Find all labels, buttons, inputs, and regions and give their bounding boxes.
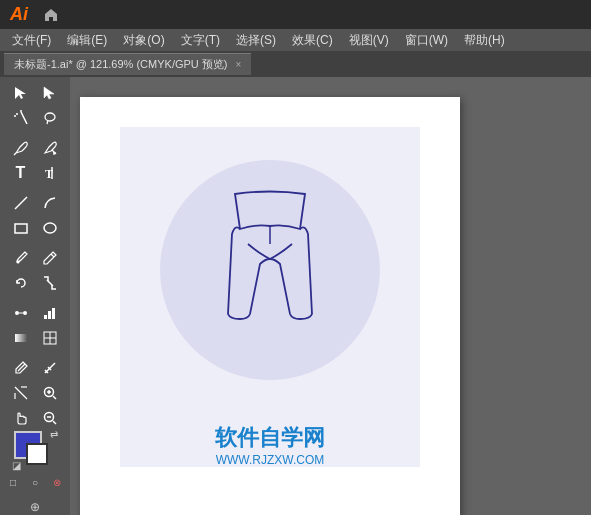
menu-item-f[interactable]: 文件(F) [4, 29, 59, 51]
behind-button[interactable]: ○ [25, 472, 45, 492]
watermark: 软件自学网 WWW.RJZXW.COM [120, 423, 420, 467]
wand-lasso-row [7, 106, 64, 130]
menu-item-s[interactable]: 选择(S) [228, 29, 284, 51]
zoom-tool[interactable] [36, 381, 64, 405]
canvas-area: 软件自学网 WWW.RJZXW.COM [70, 77, 591, 515]
normal-mode-button[interactable]: □ [3, 472, 23, 492]
svg-line-39 [53, 396, 56, 399]
selection-tool[interactable] [7, 81, 35, 105]
pants-artwork [210, 174, 330, 338]
ellipse-tool[interactable] [36, 216, 64, 240]
svg-point-18 [16, 261, 19, 264]
svg-line-15 [15, 197, 27, 209]
zoom-out-tool[interactable] [36, 406, 64, 430]
watermark-sub-text: WWW.RJZXW.COM [120, 453, 420, 467]
chart-tool[interactable] [36, 301, 64, 325]
svg-marker-0 [15, 87, 26, 99]
svg-line-20 [47, 280, 53, 286]
tool-mode-row: □ ○ ⊗ [3, 472, 67, 492]
artwork-background: 软件自学网 WWW.RJZXW.COM [120, 127, 420, 467]
home-button[interactable] [40, 4, 62, 26]
type-tools-row: T T [7, 161, 64, 185]
hand-row [7, 406, 64, 430]
scale-tool[interactable] [36, 271, 64, 295]
svg-line-19 [51, 254, 54, 257]
gradient-tool[interactable] [7, 326, 35, 350]
swap-fill-stroke-icon[interactable]: ⇄ [50, 429, 58, 440]
menu-item-h[interactable]: 帮助(H) [456, 29, 513, 51]
measure-tool[interactable] [36, 356, 64, 380]
rect-ellipse-row [7, 216, 64, 240]
stroke-color-box[interactable] [26, 443, 48, 465]
toolbar: T T [0, 77, 70, 515]
svg-point-17 [44, 223, 56, 233]
menu-item-o[interactable]: 对象(O) [115, 29, 172, 51]
watermark-main-text: 软件自学网 [120, 423, 420, 453]
svg-line-43 [53, 421, 56, 424]
menu-bar: 文件(F)编辑(E)对象(O)文字(T)选择(S)效果(C)视图(V)窗口(W)… [0, 29, 591, 51]
blend-chart-row [7, 301, 64, 325]
vertical-type-tool[interactable]: T [36, 161, 64, 185]
add-anchor-tool[interactable] [36, 136, 64, 160]
change-screen-button[interactable]: ⊕ [23, 495, 47, 515]
paintbrush-tool[interactable] [7, 246, 35, 270]
svg-point-21 [15, 311, 19, 315]
tab-close-button[interactable]: × [236, 59, 242, 70]
rectangle-tool[interactable] [7, 216, 35, 240]
svg-rect-16 [15, 224, 27, 233]
menu-item-c[interactable]: 效果(C) [284, 29, 341, 51]
rotate-warp-row [7, 271, 64, 295]
svg-point-22 [23, 311, 27, 315]
svg-rect-26 [52, 308, 55, 319]
document-tab[interactable]: 未标题-1.ai* @ 121.69% (CMYK/GPU 预览) × [4, 53, 251, 75]
eyedropper-measure-row [7, 356, 64, 380]
menu-item-w[interactable]: 窗口(W) [397, 29, 456, 51]
hand-tool[interactable] [7, 406, 35, 430]
direct-selection-tool[interactable] [36, 81, 64, 105]
arc-tool[interactable] [36, 191, 64, 215]
svg-line-35 [15, 387, 27, 399]
artboard: 软件自学网 WWW.RJZXW.COM [80, 97, 460, 515]
mesh-tool[interactable] [36, 326, 64, 350]
svg-marker-1 [44, 87, 54, 99]
line-shape-row [7, 191, 64, 215]
lasso-tool[interactable] [36, 106, 64, 130]
gradient-mesh-row [7, 326, 64, 350]
svg-line-2 [21, 112, 27, 124]
title-bar: Ai [0, 0, 591, 29]
eyedropper-tool[interactable] [7, 356, 35, 380]
menu-item-v[interactable]: 视图(V) [341, 29, 397, 51]
default-colors-icon[interactable]: ◪ [12, 460, 21, 471]
magic-wand-tool[interactable] [7, 106, 35, 130]
app-logo: Ai [6, 4, 32, 25]
blend-tool[interactable] [7, 301, 35, 325]
fill-stroke-selector: ⇄ ◪ [14, 431, 56, 469]
menu-item-t[interactable]: 文字(T) [173, 29, 228, 51]
line-segment-tool[interactable] [7, 191, 35, 215]
svg-rect-25 [48, 311, 51, 319]
pen-tool[interactable] [7, 136, 35, 160]
tab-bar: 未标题-1.ai* @ 121.69% (CMYK/GPU 预览) × [0, 51, 591, 77]
slice-zoom-row [7, 381, 64, 405]
svg-line-9 [14, 153, 16, 155]
rotate-tool[interactable] [7, 271, 35, 295]
pen-tools-row [7, 136, 64, 160]
main-area: T T [0, 77, 591, 515]
menu-item-e[interactable]: 编辑(E) [59, 29, 115, 51]
color-area: ⇄ ◪ □ ○ ⊗ ⊕ [3, 431, 67, 515]
paintbrush-pencil-row [7, 246, 64, 270]
svg-rect-24 [44, 315, 47, 319]
svg-rect-27 [15, 334, 27, 342]
selection-tools-row [7, 81, 64, 105]
pencil-tool[interactable] [36, 246, 64, 270]
type-tool[interactable]: T [7, 161, 35, 185]
tab-label: 未标题-1.ai* @ 121.69% (CMYK/GPU 预览) [14, 57, 228, 72]
inside-mode-button[interactable]: ⊗ [47, 472, 67, 492]
svg-line-31 [18, 364, 25, 371]
slice-tool[interactable] [7, 381, 35, 405]
svg-point-7 [45, 113, 55, 121]
